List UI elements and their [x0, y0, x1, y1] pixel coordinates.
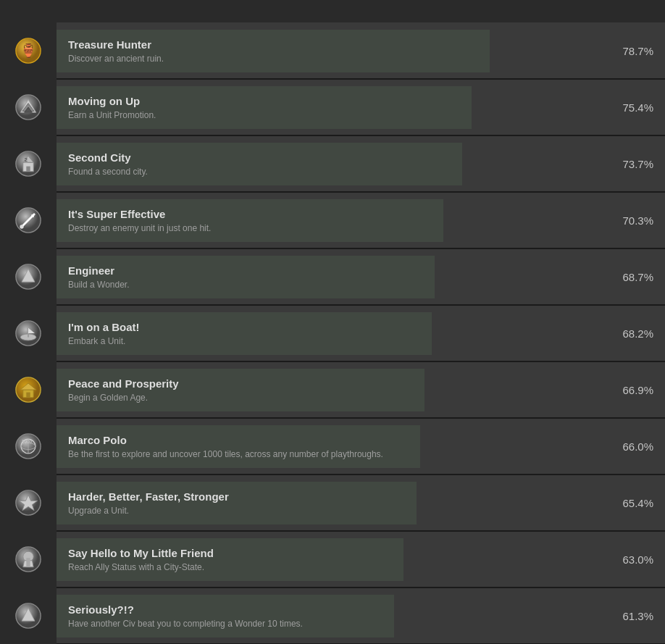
- achievement-percent-treasure-hunter: 78.7%: [607, 45, 665, 57]
- achievement-row-moving-on-up[interactable]: Moving on UpEarn a Unit Promotion.75.4%: [0, 80, 665, 136]
- svg-rect-24: [26, 393, 30, 398]
- svg-text:1000: 1000: [22, 439, 33, 444]
- achievement-progress-bar-say-hello-to-my-little-friend: [57, 538, 403, 581]
- achievement-progress-bar-moving-on-up: [57, 86, 472, 129]
- achievement-name-seriously: Seriously?!?: [68, 603, 595, 616]
- achievement-info-moving-on-up: Moving on UpEarn a Unit Promotion.: [57, 86, 607, 129]
- achievement-info-engineer: EngineerBuild a Wonder.: [57, 256, 607, 298]
- achievement-info-harder-better-faster-stronger: Harder, Better, Faster, StrongerUpgrade …: [57, 482, 607, 524]
- achievement-percent-second-city: 73.7%: [607, 158, 665, 170]
- achievement-info-peace-and-prosperity: Peace and ProsperityBegin a Golden Age.: [57, 369, 607, 411]
- achievement-progress-bar-its-super-effective: [57, 199, 443, 242]
- achievement-row-seriously[interactable]: Seriously?!?Have another Civ beat you to…: [0, 588, 665, 644]
- svg-point-14: [20, 225, 23, 228]
- achievement-name-second-city: Second City: [68, 151, 595, 164]
- achievement-name-moving-on-up: Moving on Up: [68, 95, 595, 107]
- achievement-progress-bar-treasure-hunter: [57, 30, 490, 72]
- achievement-name-say-hello-to-my-little-friend: Say Hello to My Little Friend: [68, 547, 595, 559]
- achievements-list: 🏺 Treasure HunterDiscover an ancient rui…: [0, 23, 665, 644]
- achievement-icon-moving-on-up: [0, 79, 57, 135]
- achievement-icon-harder-better-faster-stronger: [0, 474, 57, 531]
- svg-text:2: 2: [25, 156, 28, 163]
- achievement-row-harder-better-faster-stronger[interactable]: Harder, Better, Faster, StrongerUpgrade …: [0, 475, 665, 532]
- achievement-info-im-on-a-boat: I'm on a Boat!Embark a Unit.: [57, 312, 607, 355]
- achievement-progress-bar-peace-and-prosperity: [57, 369, 424, 411]
- achievement-row-its-super-effective[interactable]: It's Super EffectiveDestroy an enemy uni…: [0, 193, 665, 249]
- achievement-name-its-super-effective: It's Super Effective: [68, 208, 595, 220]
- achievement-icon-engineer: [0, 248, 57, 305]
- achievement-info-seriously: Seriously?!?Have another Civ beat you to…: [57, 595, 607, 637]
- achievement-percent-peace-and-prosperity: 66.9%: [607, 384, 665, 396]
- achievement-desc-marco-polo: Be the first to explore and uncover 1000…: [68, 449, 595, 459]
- achievement-name-engineer: Engineer: [68, 264, 595, 277]
- achievement-name-im-on-a-boat: I'm on a Boat!: [68, 321, 595, 333]
- achievement-icon-im-on-a-boat: [0, 305, 57, 361]
- achievement-desc-im-on-a-boat: Embark a Unit.: [68, 336, 595, 346]
- achievement-row-engineer[interactable]: EngineerBuild a Wonder.68.7%: [0, 249, 665, 306]
- achievement-desc-treasure-hunter: Discover an ancient ruin.: [68, 54, 595, 64]
- header: [0, 0, 665, 23]
- achievement-percent-harder-better-faster-stronger: 65.4%: [607, 497, 665, 509]
- achievement-progress-bar-second-city: [57, 143, 462, 185]
- achievement-icon-marco-polo: 1000: [0, 418, 57, 474]
- achievement-percent-moving-on-up: 75.4%: [607, 101, 665, 114]
- achievement-icon-its-super-effective: [0, 192, 57, 248]
- achievement-name-peace-and-prosperity: Peace and Prosperity: [68, 377, 595, 390]
- achievement-desc-second-city: Found a second city.: [68, 167, 595, 177]
- achievement-percent-engineer: 68.7%: [607, 271, 665, 283]
- achievement-percent-seriously: 61.3%: [607, 610, 665, 622]
- achievement-desc-harder-better-faster-stronger: Upgrade a Unit.: [68, 506, 595, 516]
- achievement-desc-say-hello-to-my-little-friend: Reach Ally Status with a City-State.: [68, 562, 595, 572]
- achievement-row-marco-polo[interactable]: 1000 Marco PoloBe the first to explore a…: [0, 419, 665, 475]
- achievement-icon-say-hello-to-my-little-friend: [0, 531, 57, 587]
- achievement-desc-moving-on-up: Earn a Unit Promotion.: [68, 110, 595, 120]
- achievement-row-im-on-a-boat[interactable]: I'm on a Boat!Embark a Unit.68.2%: [0, 306, 665, 362]
- achievement-desc-peace-and-prosperity: Begin a Golden Age.: [68, 393, 595, 403]
- achievement-info-marco-polo: Marco PoloBe the first to explore and un…: [57, 425, 607, 468]
- achievement-name-marco-polo: Marco Polo: [68, 434, 595, 446]
- achievement-icon-second-city: 2: [0, 135, 57, 192]
- achievement-row-treasure-hunter[interactable]: 🏺 Treasure HunterDiscover an ancient rui…: [0, 23, 665, 80]
- achievement-percent-its-super-effective: 70.3%: [607, 214, 665, 227]
- achievement-progress-bar-marco-polo: [57, 425, 420, 468]
- achievement-info-second-city: Second CityFound a second city.: [57, 143, 607, 185]
- achievement-info-its-super-effective: It's Super EffectiveDestroy an enemy uni…: [57, 199, 607, 242]
- achievement-row-say-hello-to-my-little-friend[interactable]: Say Hello to My Little FriendReach Ally …: [0, 532, 665, 588]
- achievement-icon-peace-and-prosperity: [0, 361, 57, 418]
- achievement-info-treasure-hunter: Treasure HunterDiscover an ancient ruin.: [57, 30, 607, 72]
- achievement-progress-bar-seriously: [57, 595, 394, 637]
- achievement-desc-engineer: Build a Wonder.: [68, 280, 595, 290]
- achievement-progress-bar-harder-better-faster-stronger: [57, 482, 417, 524]
- svg-rect-35: [26, 558, 30, 567]
- achievement-row-second-city[interactable]: 2 Second CityFound a second city.73.7%: [0, 136, 665, 193]
- svg-text:🏺: 🏺: [20, 43, 37, 59]
- achievement-progress-bar-engineer: [57, 256, 435, 298]
- achievement-row-peace-and-prosperity[interactable]: Peace and ProsperityBegin a Golden Age.6…: [0, 362, 665, 419]
- achievement-name-treasure-hunter: Treasure Hunter: [68, 38, 595, 51]
- achievement-percent-say-hello-to-my-little-friend: 63.0%: [607, 553, 665, 566]
- achievement-percent-im-on-a-boat: 68.2%: [607, 327, 665, 340]
- achievement-icon-seriously: [0, 587, 57, 644]
- achievement-desc-its-super-effective: Destroy an enemy unit in just one hit.: [68, 223, 595, 233]
- achievement-name-harder-better-faster-stronger: Harder, Better, Faster, Stronger: [68, 490, 595, 503]
- achievement-icon-treasure-hunter: 🏺: [0, 22, 57, 79]
- achievement-desc-seriously: Have another Civ beat you to completing …: [68, 619, 595, 629]
- achievement-progress-bar-im-on-a-boat: [57, 312, 432, 355]
- achievement-info-say-hello-to-my-little-friend: Say Hello to My Little FriendReach Ally …: [57, 538, 607, 581]
- svg-rect-9: [26, 167, 30, 172]
- achievement-percent-marco-polo: 66.0%: [607, 440, 665, 453]
